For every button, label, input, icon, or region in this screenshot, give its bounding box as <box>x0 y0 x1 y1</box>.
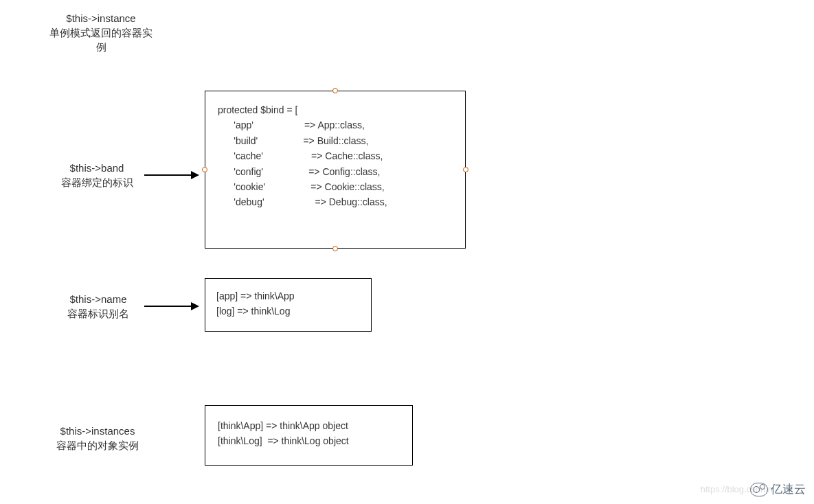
label-band-title: $this->band <box>52 161 142 175</box>
handle-left <box>202 167 207 172</box>
logo-text: 亿速云 <box>771 481 806 497</box>
handle-top <box>332 88 338 93</box>
label-instances-desc: 容器中的对象实例 <box>43 438 152 453</box>
label-name-title: $this->name <box>54 292 143 306</box>
cloud-icon <box>750 483 768 496</box>
label-name-desc: 容器标识别名 <box>54 306 143 321</box>
svg-marker-3 <box>191 302 199 310</box>
label-instance-desc: 单例模式返回的容器实 例 <box>43 25 159 54</box>
label-instance: $this->instance 单例模式返回的容器实 例 <box>43 11 159 54</box>
label-instances-title: $this->instances <box>43 424 152 438</box>
label-band: $this->band 容器绑定的标识 <box>52 161 142 190</box>
box-bind: protected $bind = [ 'app' => App::class,… <box>205 91 466 249</box>
label-instances: $this->instances 容器中的对象实例 <box>43 424 152 453</box>
handle-bottom <box>332 246 338 251</box>
box-instances: [think\App] => think\App object [think\L… <box>205 405 413 466</box>
logo: 亿速云 <box>750 481 806 497</box>
label-instance-title: $this->instance <box>43 11 159 25</box>
label-name: $this->name 容器标识别名 <box>54 292 143 321</box>
box-name: [app] => think\App [log] => think\Log <box>205 278 372 332</box>
arrow-name <box>144 299 199 313</box>
arrow-band <box>144 168 199 182</box>
handle-right <box>463 167 468 172</box>
label-band-desc: 容器绑定的标识 <box>52 175 142 190</box>
svg-marker-1 <box>191 171 199 179</box>
